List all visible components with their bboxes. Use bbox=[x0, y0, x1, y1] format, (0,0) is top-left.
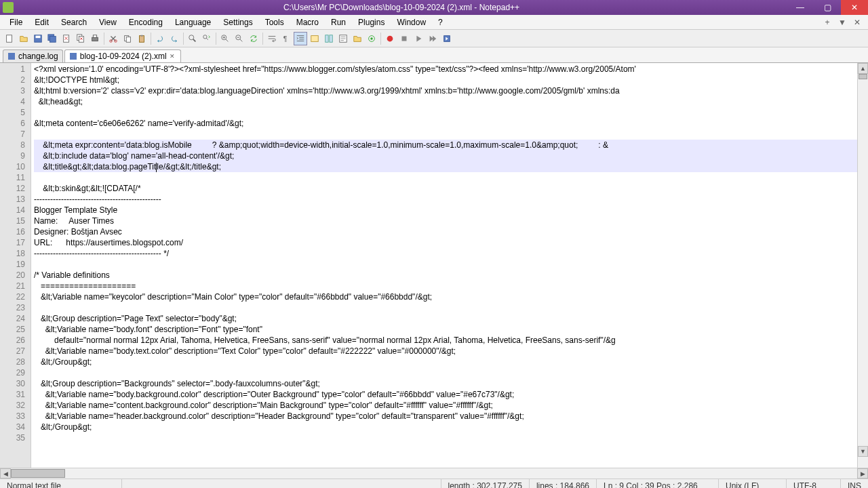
window-titlebar: C:\Users\Mr PC\Downloads\blog-10-09-2024… bbox=[0, 0, 868, 15]
status-position: Ln : 9 Col : 39 Pos : 2,286 bbox=[597, 479, 719, 488]
saveall-icon[interactable] bbox=[45, 32, 59, 45]
svg-rect-30 bbox=[8, 53, 15, 60]
copy-icon[interactable] bbox=[121, 32, 134, 45]
svg-rect-14 bbox=[140, 35, 144, 42]
menu-window[interactable]: Window bbox=[391, 16, 431, 28]
newtab-button[interactable]: + bbox=[821, 18, 834, 27]
macro-play-icon[interactable] bbox=[412, 32, 425, 45]
tab-close-icon[interactable]: ✕ bbox=[170, 53, 176, 60]
menu-plugins[interactable]: Plugins bbox=[353, 16, 390, 28]
svg-point-27 bbox=[387, 35, 393, 41]
svg-rect-0 bbox=[7, 35, 12, 42]
status-length: length : 302,177,275 bbox=[441, 479, 530, 488]
menu-run[interactable]: Run bbox=[326, 16, 351, 28]
replace-icon[interactable] bbox=[200, 32, 214, 45]
menu-help[interactable]: ? bbox=[433, 16, 448, 28]
scroll-left-icon[interactable]: ◀ bbox=[0, 468, 11, 479]
svg-rect-4 bbox=[50, 36, 56, 42]
toolbar: ¶ bbox=[0, 30, 868, 47]
tab-change-log[interactable]: change.log bbox=[3, 49, 63, 62]
svg-point-16 bbox=[189, 35, 194, 39]
undo-icon[interactable] bbox=[153, 32, 167, 45]
menu-macro[interactable]: Macro bbox=[291, 16, 324, 28]
closefile-icon[interactable] bbox=[60, 32, 73, 45]
sync-icon[interactable] bbox=[247, 32, 260, 45]
paste-icon[interactable] bbox=[135, 32, 149, 45]
save-icon[interactable] bbox=[31, 32, 45, 45]
redo-icon[interactable] bbox=[167, 32, 181, 45]
userlang-icon[interactable] bbox=[308, 32, 321, 45]
maximize-button[interactable]: ▢ bbox=[814, 0, 841, 15]
closeall-icon[interactable] bbox=[74, 32, 87, 45]
status-mode[interactable]: INS bbox=[841, 479, 868, 488]
tabbar: change.log blog-10-09-2024 (2).xml ✕ bbox=[0, 47, 868, 62]
code-area[interactable]: <?xml version='1.0' encoding='UTF-8'?><?… bbox=[31, 63, 857, 468]
closetab-button[interactable]: ✕ bbox=[850, 18, 864, 27]
close-button[interactable]: ✕ bbox=[841, 0, 868, 15]
file-icon bbox=[69, 52, 77, 60]
macro-playmulti-icon[interactable] bbox=[426, 32, 439, 45]
tab-blog-xml[interactable]: blog-10-09-2024 (2).xml ✕ bbox=[64, 49, 181, 62]
zoomout-icon[interactable] bbox=[233, 32, 246, 45]
svg-rect-15 bbox=[140, 35, 143, 36]
allchars-icon[interactable]: ¶ bbox=[279, 32, 293, 45]
vertical-scrollbar[interactable]: ▲ ▼ bbox=[857, 63, 868, 468]
svg-rect-23 bbox=[330, 35, 332, 42]
menu-file[interactable]: File bbox=[4, 16, 28, 28]
macro-save-icon[interactable] bbox=[440, 32, 454, 45]
status-filetype: Normal text file bbox=[0, 479, 122, 488]
app-icon bbox=[3, 2, 14, 13]
open-icon[interactable] bbox=[17, 32, 31, 45]
functionlist-icon[interactable] bbox=[336, 32, 350, 45]
status-spacer bbox=[122, 479, 441, 488]
wordwrap-icon[interactable] bbox=[265, 32, 279, 45]
find-icon[interactable] bbox=[186, 32, 199, 45]
svg-rect-13 bbox=[126, 37, 130, 42]
svg-point-26 bbox=[370, 37, 373, 40]
editor: 1234567891011121314151617181920212223242… bbox=[0, 62, 868, 468]
zoomin-icon[interactable] bbox=[218, 32, 232, 45]
scroll-down-icon[interactable]: ▼ bbox=[858, 446, 868, 457]
doclist-icon[interactable] bbox=[322, 32, 336, 45]
scroll-right-icon[interactable]: ▶ bbox=[857, 468, 868, 479]
folder-icon[interactable] bbox=[351, 32, 364, 45]
status-eol[interactable]: Unix (LF) bbox=[719, 479, 787, 488]
status-encoding[interactable]: UTF-8 bbox=[787, 479, 841, 488]
window-title: C:\Users\Mr PC\Downloads\blog-10-09-2024… bbox=[16, 3, 787, 12]
dropdown-button[interactable]: ▼ bbox=[835, 18, 849, 27]
cut-icon[interactable] bbox=[106, 32, 120, 45]
line-gutter: 1234567891011121314151617181920212223242… bbox=[0, 63, 31, 468]
indent-icon[interactable] bbox=[294, 32, 307, 45]
scroll-up-icon[interactable]: ▲ bbox=[858, 63, 868, 74]
macro-record-icon[interactable] bbox=[383, 32, 397, 45]
svg-text:¶: ¶ bbox=[283, 34, 288, 42]
menu-search[interactable]: Search bbox=[56, 16, 92, 28]
svg-rect-22 bbox=[326, 35, 328, 42]
menu-settings[interactable]: Settings bbox=[218, 16, 258, 28]
svg-rect-28 bbox=[402, 36, 407, 41]
tab-label: change.log bbox=[18, 52, 58, 61]
statusbar: Normal text file length : 302,177,275 li… bbox=[0, 479, 868, 488]
menu-encoding[interactable]: Encoding bbox=[123, 16, 168, 28]
menu-view[interactable]: View bbox=[94, 16, 122, 28]
menu-tools[interactable]: Tools bbox=[260, 16, 290, 28]
minimize-button[interactable]: — bbox=[787, 0, 814, 15]
scroll-thumb[interactable] bbox=[859, 74, 867, 79]
hscroll-thumb[interactable] bbox=[11, 469, 65, 478]
svg-rect-31 bbox=[70, 53, 77, 60]
new-icon[interactable] bbox=[3, 32, 16, 45]
menu-language[interactable]: Language bbox=[170, 16, 216, 28]
svg-rect-2 bbox=[36, 35, 41, 38]
print-icon[interactable] bbox=[88, 32, 102, 45]
file-icon bbox=[7, 52, 16, 60]
tab-label: blog-10-09-2024 (2).xml bbox=[80, 52, 167, 61]
svg-rect-7 bbox=[79, 36, 83, 42]
svg-rect-8 bbox=[92, 37, 98, 41]
macro-stop-icon[interactable] bbox=[397, 32, 411, 45]
menu-edit[interactable]: Edit bbox=[29, 16, 54, 28]
monitor-icon[interactable] bbox=[365, 32, 378, 45]
svg-rect-9 bbox=[93, 35, 96, 37]
menubar: File Edit Search View Encoding Language … bbox=[0, 15, 868, 30]
horizontal-scrollbar[interactable]: ◀ ▶ bbox=[0, 468, 868, 479]
svg-rect-21 bbox=[311, 35, 319, 41]
